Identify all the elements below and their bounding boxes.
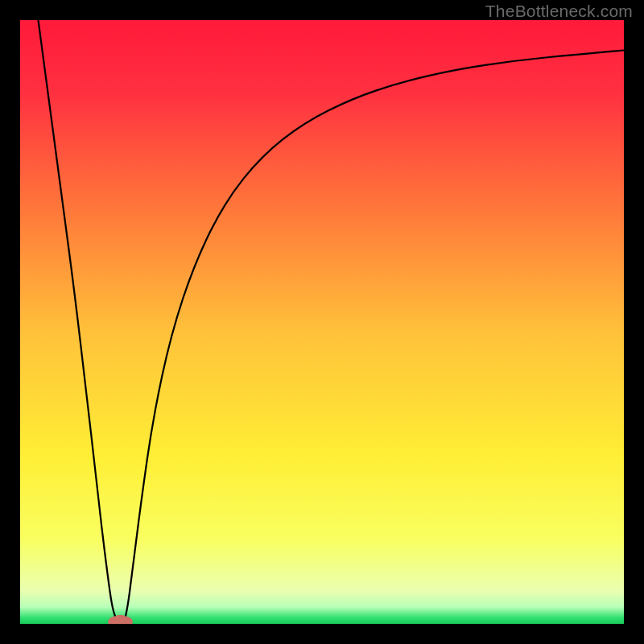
plot-area <box>20 20 624 624</box>
chart-container: TheBottleneck.com <box>0 0 644 644</box>
chart-svg <box>20 20 624 624</box>
background-gradient <box>20 20 624 624</box>
watermark-text: TheBottleneck.com <box>485 2 633 21</box>
